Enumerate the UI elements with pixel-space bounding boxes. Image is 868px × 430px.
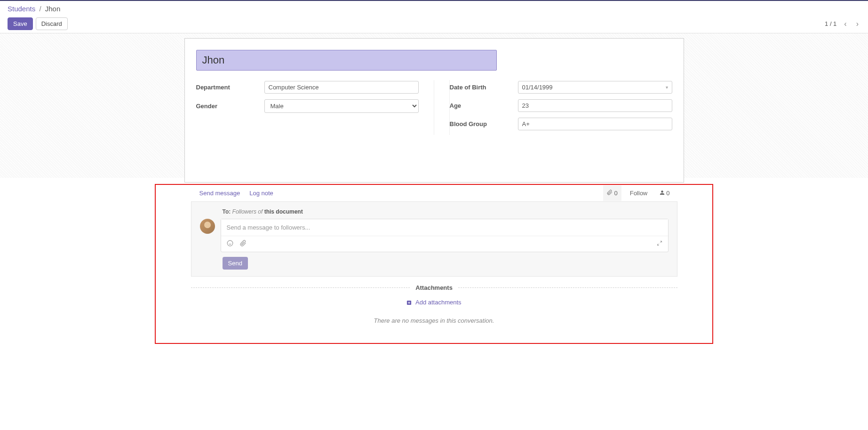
breadcrumb-separator: / — [39, 5, 41, 13]
add-attachments-button[interactable]: Add attachments — [406, 299, 461, 306]
this-document-text: this document — [264, 208, 303, 215]
chatter-highlight-box: Send message Log note 0 Follow 0 — [155, 184, 713, 344]
plus-icon — [406, 299, 414, 306]
message-input[interactable] — [221, 219, 668, 236]
blood-label: Blood Group — [450, 120, 518, 127]
followers-count: 0 — [666, 190, 669, 197]
name-input[interactable] — [196, 50, 497, 71]
send-button[interactable]: Send — [223, 257, 248, 270]
department-label: Department — [196, 84, 264, 91]
age-label: Age — [450, 102, 518, 109]
attachments-count: 0 — [614, 190, 617, 197]
next-arrow-icon[interactable]: › — [854, 20, 860, 28]
age-field[interactable] — [518, 99, 672, 112]
attachments-header: Attachments — [410, 284, 458, 291]
follow-button[interactable]: Follow — [626, 185, 652, 201]
breadcrumb-current: Jhon — [45, 5, 61, 13]
dob-field[interactable]: ▾ — [518, 81, 672, 94]
breadcrumb-parent[interactable]: Students — [8, 5, 35, 13]
attachments-count-button[interactable]: 0 — [603, 185, 621, 201]
tab-log-note[interactable]: Log note — [245, 185, 278, 201]
dob-input[interactable] — [522, 84, 666, 91]
composer: To: Followers of this document — [191, 202, 677, 277]
dob-label: Date of Birth — [450, 84, 518, 91]
chatter: Send message Log note 0 Follow 0 — [191, 185, 677, 343]
breadcrumb: Students / Jhon — [8, 5, 860, 13]
expand-icon[interactable] — [657, 240, 662, 247]
department-field[interactable] — [264, 81, 419, 94]
pager: 1 / 1 — [825, 20, 836, 27]
prev-arrow-icon[interactable]: ‹ — [842, 20, 848, 28]
no-messages-text: There are no messages in this conversati… — [191, 317, 677, 343]
blood-group-field[interactable] — [518, 118, 672, 130]
paperclip-icon — [607, 190, 613, 197]
avatar — [200, 219, 215, 234]
attachment-icon[interactable] — [240, 240, 247, 248]
chevron-down-icon[interactable]: ▾ — [666, 85, 668, 90]
tab-send-message[interactable]: Send message — [195, 185, 245, 201]
gender-label: Gender — [196, 103, 264, 110]
save-button[interactable]: Save — [8, 17, 33, 30]
gender-select[interactable]: Male — [264, 99, 419, 113]
add-attachments-label: Add attachments — [415, 299, 462, 306]
svg-point-0 — [227, 240, 233, 246]
emoji-icon[interactable] — [227, 240, 233, 248]
user-icon — [660, 190, 665, 197]
followers-of-text: Followers of — [232, 208, 264, 215]
header-bar: Students / Jhon Save Discard 1 / 1 ‹ › — [0, 1, 868, 33]
to-label: To: — [223, 208, 231, 215]
discard-button[interactable]: Discard — [36, 17, 68, 30]
followers-count-button[interactable]: 0 — [656, 185, 673, 201]
form-sheet: Department Gender Male Date of Birth ▾ — [184, 38, 684, 183]
